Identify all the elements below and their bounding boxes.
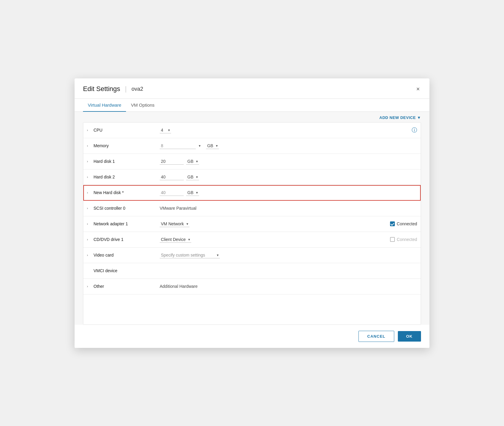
hard-disk-1-unit-select[interactable]: GB MB TB — [186, 158, 199, 165]
network-adapter-row: › Network adapter 1 VM Network ▼ Connect… — [83, 216, 421, 232]
cpu-label: CPU — [94, 128, 160, 132]
video-card-expand-icon[interactable]: › — [87, 253, 94, 257]
hard-disk-1-unit-wrap: GB MB TB ▼ — [186, 158, 199, 165]
network-select[interactable]: VM Network — [160, 221, 189, 227]
tab-virtual-hardware[interactable]: Virtual Hardware — [83, 99, 126, 112]
hard-disk-1-expand-icon[interactable]: › — [87, 160, 94, 163]
cd-dvd-connected: Connected — [390, 237, 417, 242]
cpu-select[interactable]: 4 8 16 — [160, 127, 171, 133]
new-hard-disk-control: GB MB TB ▼ — [160, 190, 417, 196]
memory-input-chevron: ▼ — [198, 144, 201, 148]
close-button[interactable]: × — [415, 84, 421, 94]
dialog-title: Edit Settings — [83, 85, 120, 93]
scsi-expand-icon[interactable]: › — [87, 206, 94, 210]
new-hard-disk-unit-select[interactable]: GB MB TB — [186, 190, 199, 196]
network-connected-checkbox[interactable] — [390, 221, 395, 226]
network-control: VM Network ▼ — [160, 221, 390, 227]
cd-dvd-select-wrap: Client Device ▼ — [160, 236, 191, 243]
new-hard-disk-label: New Hard disk * — [94, 190, 160, 195]
scsi-label: SCSI controller 0 — [94, 206, 160, 211]
network-select-wrap: VM Network ▼ — [160, 221, 189, 227]
cancel-button[interactable]: CANCEL — [358, 331, 394, 342]
other-value: Additional Hardware — [160, 284, 198, 289]
new-hard-disk-row: › New Hard disk * GB MB TB ▼ — [83, 185, 421, 201]
network-label: Network adapter 1 — [94, 221, 160, 226]
add-new-device-button[interactable]: ADD NEW DEVICE ▼ — [380, 115, 421, 120]
video-card-select-wrap: Specify custom settings ▼ — [160, 252, 220, 258]
network-connected: Connected — [390, 221, 417, 226]
cd-dvd-row: › CD/DVD drive 1 Client Device ▼ Connect… — [83, 232, 421, 248]
hard-disk-2-input[interactable] — [160, 174, 184, 180]
cpu-control: 4 8 16 ▼ — [160, 127, 412, 133]
hard-disk-2-row: › Hard disk 2 GB MB TB ▼ — [83, 169, 421, 185]
cpu-info-icon[interactable]: ⓘ — [412, 126, 417, 134]
memory-expand-icon[interactable]: › — [87, 144, 94, 148]
hard-disk-2-unit-wrap: GB MB TB ▼ — [186, 174, 199, 180]
other-label: Other — [94, 284, 160, 289]
dialog-footer: CANCEL OK — [75, 325, 429, 348]
hard-disk-1-row: › Hard disk 1 GB MB TB ▼ — [83, 154, 421, 169]
cd-dvd-select[interactable]: Client Device — [160, 236, 191, 243]
cd-dvd-label: CD/DVD drive 1 — [94, 237, 160, 242]
memory-unit-wrap: GB MB ▼ — [206, 143, 219, 149]
network-connected-checkbox-wrap: Connected — [390, 221, 417, 226]
tabs-bar: Virtual Hardware VM Options — [75, 99, 429, 112]
scsi-value: VMware Paravirtual — [160, 206, 196, 211]
chevron-down-icon: ▼ — [417, 115, 421, 120]
memory-control: ▼ GB MB ▼ — [160, 143, 417, 149]
video-card-select[interactable]: Specify custom settings — [160, 252, 220, 258]
hardware-table: › CPU 4 8 16 ▼ ⓘ — [83, 122, 421, 325]
new-hard-disk-unit-wrap: GB MB TB ▼ — [186, 190, 199, 196]
video-card-label: Video card — [94, 253, 160, 257]
hard-disk-2-control: GB MB TB ▼ — [160, 174, 417, 180]
hard-disk-1-label: Hard disk 1 — [94, 159, 160, 164]
cd-dvd-control: Client Device ▼ — [160, 236, 390, 243]
empty-area — [83, 294, 421, 324]
edit-settings-dialog: Edit Settings | ova2 × Virtual Hardware … — [75, 78, 429, 348]
dialog-header: Edit Settings | ova2 × — [75, 78, 429, 99]
other-expand-icon[interactable]: › — [87, 285, 94, 288]
hard-disk-1-input[interactable] — [160, 158, 184, 165]
cpu-select-wrap: 4 8 16 ▼ — [160, 127, 171, 133]
cd-dvd-expand-icon[interactable]: › — [87, 238, 94, 241]
other-row: › Other Additional Hardware — [83, 279, 421, 294]
other-control: Additional Hardware — [160, 284, 417, 289]
add-new-device-bar: ADD NEW DEVICE ▼ — [83, 112, 421, 122]
scsi-controller-row: › SCSI controller 0 VMware Paravirtual — [83, 201, 421, 216]
memory-unit-select[interactable]: GB MB — [206, 143, 219, 149]
new-hard-disk-input[interactable] — [160, 190, 184, 196]
memory-row: › Memory ▼ GB MB ▼ — [83, 138, 421, 154]
video-card-control: Specify custom settings ▼ — [160, 252, 417, 258]
scsi-control: VMware Paravirtual — [160, 206, 417, 211]
hard-disk-2-label: Hard disk 2 — [94, 175, 160, 179]
vmci-device-row: › VMCI device — [83, 263, 421, 279]
tab-vm-options[interactable]: VM Options — [126, 99, 159, 112]
dialog-title-area: Edit Settings | ova2 — [83, 85, 143, 93]
memory-input[interactable] — [160, 143, 196, 149]
memory-label: Memory — [94, 143, 160, 148]
hard-disk-2-expand-icon[interactable]: › — [87, 175, 94, 179]
network-expand-icon[interactable]: › — [87, 222, 94, 226]
video-card-row: › Video card Specify custom settings ▼ — [83, 248, 421, 263]
cpu-info: ⓘ — [412, 126, 417, 134]
cpu-expand-icon[interactable]: › — [87, 128, 94, 132]
cd-dvd-connected-checkbox-wrap: Connected — [390, 237, 417, 242]
dialog-subtitle: ova2 — [131, 86, 143, 92]
cd-dvd-connected-label: Connected — [397, 237, 417, 242]
dialog-body: ADD NEW DEVICE ▼ › CPU 4 8 16 ▼ — [75, 112, 429, 325]
cpu-row: › CPU 4 8 16 ▼ ⓘ — [83, 123, 421, 138]
vmci-label: VMCI device — [94, 268, 160, 273]
cd-dvd-connected-checkbox[interactable] — [390, 237, 395, 242]
hard-disk-2-unit-select[interactable]: GB MB TB — [186, 174, 199, 180]
ok-button[interactable]: OK — [398, 331, 421, 342]
network-connected-label: Connected — [397, 221, 417, 226]
new-hard-disk-expand-icon[interactable]: › — [87, 191, 94, 194]
dialog-divider: | — [125, 85, 127, 93]
hard-disk-1-control: GB MB TB ▼ — [160, 158, 417, 165]
